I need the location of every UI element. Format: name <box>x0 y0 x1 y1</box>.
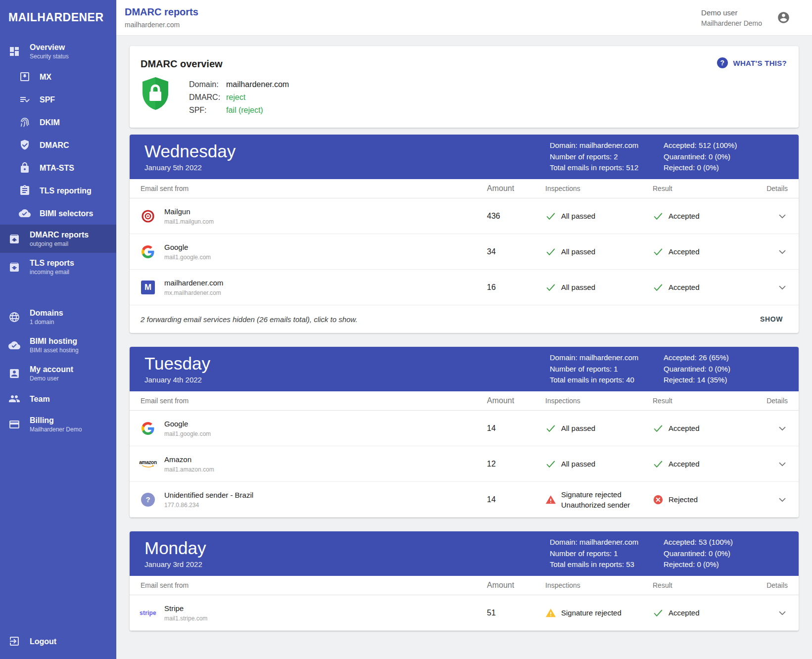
tray-down-icon <box>8 261 20 273</box>
sidebar-item-overview[interactable]: OverviewSecurity status <box>0 37 116 65</box>
check-icon <box>545 423 556 434</box>
inspections-cell: All passed <box>545 282 653 293</box>
sidebar-item-my-account[interactable]: My accountDemo user <box>0 359 116 387</box>
sidebar-item-logout[interactable]: Logout <box>8 635 56 647</box>
sender-domain: mail1.amazon.com <box>164 466 214 473</box>
sidebar-item-team[interactable]: Team <box>0 387 116 410</box>
sidebar-item-text: MX <box>40 72 51 82</box>
column-inspections: Inspections <box>545 581 653 589</box>
unknown-logo-icon: ? <box>141 493 155 507</box>
chevron-down-icon[interactable] <box>777 608 788 618</box>
sidebar-item-label: BIMI hosting <box>30 337 77 345</box>
sender-cell: stripeStripemail1.stripe.com <box>141 604 487 622</box>
sidebar-item-label: BIMI selectors <box>40 209 93 218</box>
sidebar-item-label: DMARC <box>40 141 69 149</box>
day-stat-line: Number of reports: 2 <box>550 151 664 163</box>
sender-text: Amazonmail1.amazon.com <box>164 455 214 473</box>
result-text: Accepted <box>669 609 700 617</box>
details-cell <box>763 211 788 222</box>
column-amount: Amount <box>487 581 545 590</box>
sidebar-item-dkim[interactable]: DKIM <box>0 111 116 134</box>
table-row: ?Unidentified sender - Brazil177.0.86.23… <box>130 482 799 518</box>
column-details: Details <box>763 397 788 405</box>
avatar-icon[interactable] <box>777 11 790 24</box>
column-result: Result <box>653 185 763 192</box>
sender-name: Mailgun <box>164 207 214 216</box>
sidebar-item-text: Team <box>30 394 50 404</box>
sidebar-item-sublabel: Security status <box>30 53 69 60</box>
day-title-block: MondayJanuary 3rd 2022 <box>144 539 550 568</box>
result-text: Accepted <box>669 212 700 220</box>
table-header: Email sent fromAmountInspectionsResultDe… <box>130 576 799 595</box>
sender-name: Stripe <box>164 604 207 613</box>
sidebar-item-tls-reports[interactable]: TLS reportsincoming email <box>0 253 116 281</box>
sidebar-item-text: SPF <box>40 95 55 104</box>
amazon-logo-icon: amazon <box>141 460 155 468</box>
column-details: Details <box>763 581 788 589</box>
sidebar-item-text: DMARC <box>40 141 69 150</box>
day-stat-line: Quarantined: 0 (0%) <box>664 364 788 375</box>
whats-this-link[interactable]: ? WHAT'S THIS? <box>716 57 787 69</box>
sender-text: Mailgunmail1.mailgun.com <box>164 207 214 225</box>
sidebar-item-dmarc[interactable]: DMARC <box>0 134 116 156</box>
amount-value: 14 <box>487 424 545 433</box>
sender-cell: Googlemail1.google.com <box>141 420 487 437</box>
table-row: amazonAmazonmail1.amazon.com12All passed… <box>130 446 799 482</box>
column-amount: Amount <box>487 184 545 193</box>
table-row: stripeStripemail1.stripe.com51Signature … <box>130 595 799 631</box>
page-subtitle: mailhardener.com <box>125 21 198 29</box>
sender-domain: mx.mailhardener.com <box>164 289 223 296</box>
mailhardener-logo-icon: M <box>141 281 155 294</box>
hidden-services-note[interactable]: 2 forwarding email services hidden (26 e… <box>141 315 358 324</box>
day-title-block: TuesdayJanuary 4th 2022 <box>144 354 550 384</box>
show-button[interactable]: SHOW <box>756 312 787 326</box>
chevron-down-icon[interactable] <box>777 211 788 222</box>
sidebar-item-label: My account <box>30 365 73 374</box>
sidebar-item-spf[interactable]: SPF <box>0 88 116 111</box>
chevron-down-icon[interactable] <box>777 459 788 470</box>
chevron-down-icon[interactable] <box>777 282 788 293</box>
sidebar-item-bimi-hosting[interactable]: BIMI hostingBIMI asset hosting <box>0 331 116 359</box>
page-title: DMARC reports <box>125 6 198 18</box>
sidebar-item-domains[interactable]: Domains1 domain <box>0 303 116 331</box>
day-stat-line: Domain: mailhardener.com <box>550 140 664 151</box>
result-cell: Accepted <box>653 282 763 293</box>
day-stat-line: Domain: mailhardener.com <box>550 352 664 364</box>
day-stat-line: Number of reports: 1 <box>550 364 664 375</box>
chevron-down-icon[interactable] <box>777 423 788 434</box>
sidebar-item-tls-reporting[interactable]: TLS reporting <box>0 179 116 202</box>
sidebar: MAILHARDENER OverviewSecurity statusMXSP… <box>0 0 116 659</box>
overview-row-label: Domain: <box>189 78 226 91</box>
sidebar-item-text: Domains1 domain <box>30 308 63 326</box>
dmarc-overview-card: DMARC overview ? WHAT'S THIS? Domain:mai… <box>130 46 799 128</box>
sidebar-item-billing[interactable]: BillingMailhardener Demo <box>0 410 116 438</box>
sidebar-item-label: Billing <box>30 416 54 424</box>
sidebar-item-dmarc-reports[interactable]: DMARC reportsoutgoing email <box>0 225 116 253</box>
day-card-tuesday: TuesdayJanuary 4th 2022Domain: mailharde… <box>130 347 799 518</box>
whats-this-label: WHAT'S THIS? <box>733 59 787 67</box>
day-stat-line: Quarantined: 0 (0%) <box>664 151 788 163</box>
day-stats-c2: Accepted: 26 (65%)Quarantined: 0 (0%)Rej… <box>664 352 788 386</box>
sidebar-item-mta-sts[interactable]: MTA-STS <box>0 156 116 179</box>
table-header: Email sent fromAmountInspectionsResultDe… <box>130 179 799 198</box>
day-stat-line: Total emails in reports: 53 <box>550 559 664 570</box>
check-icon <box>545 459 556 470</box>
sidebar-item-text: BillingMailhardener Demo <box>30 416 82 433</box>
sidebar-item-label: DMARC reports <box>30 231 89 239</box>
day-header: MondayJanuary 3rd 2022Domain: mailharden… <box>130 531 799 576</box>
sidebar-item-label: MX <box>40 73 51 81</box>
sender-name: Google <box>164 243 211 252</box>
hidden-services-footer: 2 forwarding email services hidden (26 e… <box>130 305 799 333</box>
chevron-down-icon[interactable] <box>777 494 788 505</box>
day-stat-line: Rejected: 14 (35%) <box>664 375 788 386</box>
sidebar-item-mx[interactable]: MX <box>0 65 116 88</box>
cloud-check-icon <box>8 339 20 351</box>
sidebar-item-bimi-selectors[interactable]: BIMI selectors <box>0 202 116 225</box>
person-box-icon <box>8 368 20 379</box>
day-name: Wednesday <box>144 142 550 161</box>
chevron-down-icon[interactable] <box>777 246 788 257</box>
details-cell <box>763 246 788 257</box>
sender-text: Unidentified sender - Brazil177.0.86.234 <box>164 491 253 509</box>
result-text: Accepted <box>669 424 700 432</box>
day-stats-c2: Accepted: 53 (100%)Quarantined: 0 (0%)Re… <box>664 537 788 570</box>
